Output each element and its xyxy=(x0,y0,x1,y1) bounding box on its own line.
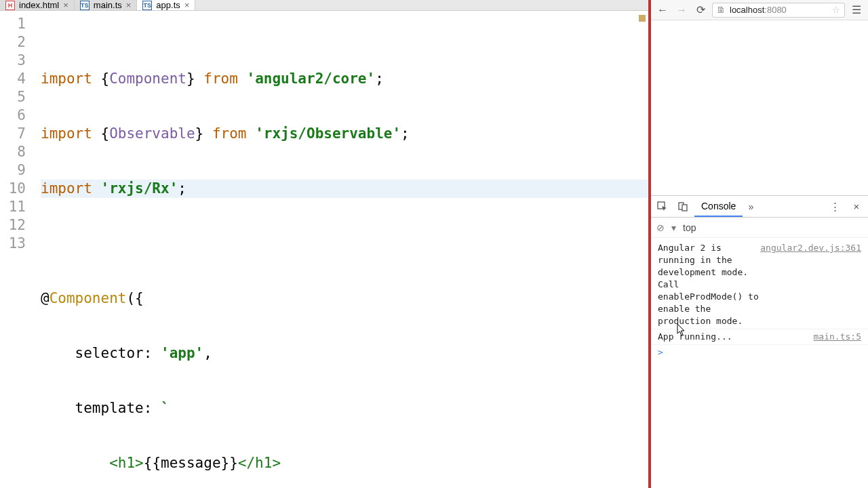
code-line: import {Component} from 'angular2/core'; xyxy=(41,70,648,88)
tab-label: main.ts xyxy=(94,0,122,10)
forward-button[interactable]: → xyxy=(674,3,689,18)
clear-console-icon[interactable]: ⊘ xyxy=(656,222,665,233)
browser-pane: ← → ⟳ 🗎 localhost:8080 ☆ ☰ Console » xyxy=(651,0,868,488)
console-message: App running... main.ts:5 xyxy=(651,329,868,345)
browser-viewport: Console » ⋮ × ⊘ ▾ top Angular 2 is runni… xyxy=(651,20,868,488)
devtools-panel: Console » ⋮ × ⊘ ▾ top Angular 2 is runni… xyxy=(651,195,868,488)
editor-pane: H index.html × TS main.ts × TS app.ts × … xyxy=(0,0,651,488)
page-icon: 🗎 xyxy=(717,5,726,15)
reload-button[interactable]: ⟳ xyxy=(693,3,708,18)
line-number: 2 xyxy=(0,33,26,52)
inspect-icon[interactable] xyxy=(654,198,671,216)
line-number: 4 xyxy=(0,70,26,88)
message-source-link[interactable]: angular2.dev.js:361 xyxy=(760,242,861,327)
html-file-icon: H xyxy=(5,1,15,10)
tab-index-html[interactable]: H index.html × xyxy=(0,0,75,10)
tab-app-ts[interactable]: TS app.ts × xyxy=(137,0,195,10)
line-number: 13 xyxy=(0,235,26,253)
tab-main-ts[interactable]: TS main.ts × xyxy=(75,0,138,10)
close-icon[interactable]: × xyxy=(184,0,190,10)
browser-toolbar: ← → ⟳ 🗎 localhost:8080 ☆ ☰ xyxy=(651,0,868,20)
filter-icon[interactable]: ▾ xyxy=(671,222,676,233)
message-text: Angular 2 is running in the development … xyxy=(658,242,760,327)
code-line: @Component({ xyxy=(41,289,648,308)
tab-bar: H index.html × TS main.ts × TS app.ts × xyxy=(0,0,648,11)
minimap-marker xyxy=(639,15,646,22)
code-line xyxy=(41,235,648,253)
close-icon[interactable]: × xyxy=(126,0,132,10)
line-number: 9 xyxy=(0,161,26,180)
line-gutter: 1 2 3 4 5 6 7 8 9 10 11 12 13 xyxy=(0,11,34,488)
console-prompt[interactable]: > xyxy=(651,345,868,360)
message-source-link[interactable]: main.ts:5 xyxy=(814,331,861,343)
devtools-tabs: Console » ⋮ × xyxy=(651,196,868,218)
address-bar[interactable]: 🗎 localhost:8080 ☆ xyxy=(712,3,845,18)
ts-file-icon: TS xyxy=(80,1,90,10)
more-tabs-icon[interactable]: » xyxy=(745,201,756,212)
line-number: 12 xyxy=(0,216,26,235)
message-text: App running... xyxy=(658,331,814,343)
bookmark-icon[interactable]: ☆ xyxy=(832,5,840,15)
tab-label: app.ts xyxy=(156,0,180,10)
code-line: import {Observable} from 'rxjs/Observabl… xyxy=(41,125,648,143)
tab-label: Console xyxy=(701,201,736,211)
ts-file-icon: TS xyxy=(142,1,152,10)
code-area[interactable]: import {Component} from 'angular2/core';… xyxy=(34,11,648,488)
line-number: 8 xyxy=(0,143,26,161)
device-mode-icon[interactable] xyxy=(674,198,692,216)
line-number: 10 xyxy=(0,180,26,198)
line-number: 11 xyxy=(0,198,26,216)
menu-button[interactable]: ☰ xyxy=(849,3,864,18)
line-number: 5 xyxy=(0,88,26,106)
line-number: 3 xyxy=(0,52,26,70)
console-filter-bar: ⊘ ▾ top xyxy=(651,218,868,238)
line-number: 6 xyxy=(0,106,26,125)
code-line: template: ` xyxy=(41,399,648,418)
close-devtools-icon[interactable]: × xyxy=(848,198,865,216)
console-tab[interactable]: Console xyxy=(694,196,743,217)
code-line: <h1>{{message}}</h1> xyxy=(41,454,648,472)
back-button[interactable]: ← xyxy=(655,3,670,18)
code-line: selector: 'app', xyxy=(41,344,648,363)
code-line: import 'rxjs/Rx'; xyxy=(41,180,648,198)
address-port: :8080 xyxy=(764,5,787,15)
prompt-chevron-icon: > xyxy=(658,347,663,357)
close-icon[interactable]: × xyxy=(63,0,68,10)
editor-body[interactable]: 1 2 3 4 5 6 7 8 9 10 11 12 13 import {Co… xyxy=(0,11,648,488)
console-message: Angular 2 is running in the development … xyxy=(651,241,868,329)
kebab-menu-icon[interactable]: ⋮ xyxy=(826,198,844,216)
console-messages: Angular 2 is running in the development … xyxy=(651,238,868,488)
line-number: 1 xyxy=(0,15,26,33)
address-host: localhost xyxy=(730,5,764,15)
execution-context[interactable]: top xyxy=(683,222,696,233)
line-number: 7 xyxy=(0,125,26,143)
tab-label: index.html xyxy=(19,0,59,10)
svg-rect-2 xyxy=(682,205,687,211)
